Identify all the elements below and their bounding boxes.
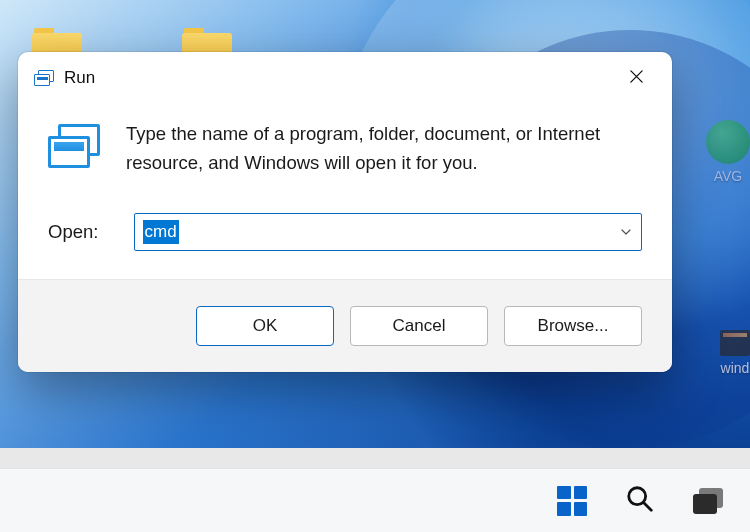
taskbar [0, 468, 750, 532]
search-icon [625, 484, 655, 518]
dialog-description: Type the name of a program, folder, docu… [126, 120, 636, 177]
open-input[interactable] [134, 213, 642, 251]
titlebar[interactable]: Run [18, 52, 672, 96]
desktop-icon-label: AVG [714, 168, 743, 184]
svg-line-1 [644, 502, 652, 510]
desktop-icon-label: wind [721, 360, 750, 376]
window-title: Run [64, 68, 95, 88]
open-combobox[interactable]: cmd [134, 213, 642, 251]
close-button[interactable] [616, 62, 656, 94]
run-icon [34, 70, 54, 86]
windows-logo-icon [557, 486, 587, 516]
close-icon [629, 69, 644, 88]
browse-button[interactable]: Browse... [504, 306, 642, 346]
dialog-button-bar: OK Cancel Browse... [18, 279, 672, 372]
run-large-icon [48, 124, 100, 168]
taskbar-search-button[interactable] [620, 481, 660, 521]
cancel-button[interactable]: Cancel [350, 306, 488, 346]
start-button[interactable] [552, 481, 592, 521]
run-dialog: Run Type the name of a program, folder, … [18, 52, 672, 372]
ok-button[interactable]: OK [196, 306, 334, 346]
task-view-button[interactable] [688, 481, 728, 521]
desktop-icon-wind[interactable]: wind [720, 330, 750, 376]
task-view-icon [693, 488, 723, 514]
desktop-icon-avg[interactable]: AVG [706, 120, 750, 184]
open-label: Open: [48, 221, 106, 243]
